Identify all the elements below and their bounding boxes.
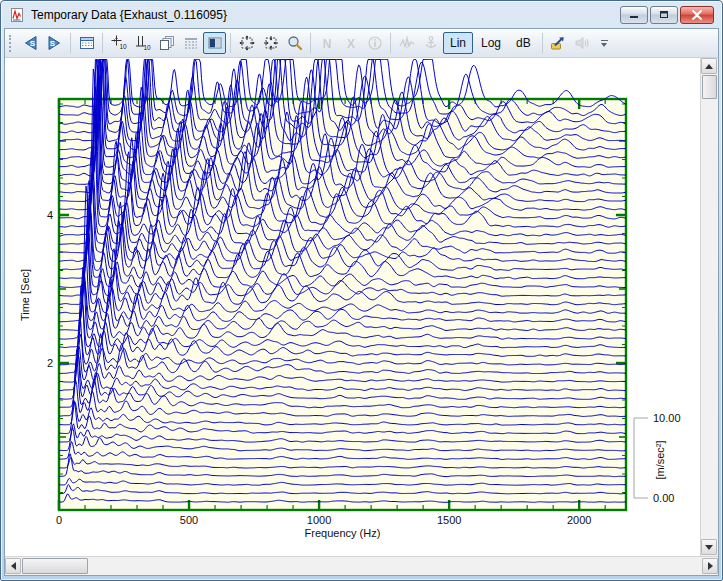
amp-min-label: 0.00 bbox=[653, 492, 674, 504]
anchor-icon bbox=[423, 35, 439, 51]
waterfall-chart: 050010001500200024Frequency (Hz)Time [Se… bbox=[5, 58, 702, 560]
toolbar-button-anchor-cursor bbox=[419, 32, 442, 54]
window-controls bbox=[620, 6, 714, 24]
svg-text:N: N bbox=[322, 37, 331, 51]
toolbar-button-previous-dataset[interactable]: S bbox=[19, 32, 42, 54]
toolbar: SS1010NXLinLogdB bbox=[5, 29, 718, 58]
speaker-icon bbox=[574, 35, 590, 51]
close-button[interactable] bbox=[680, 6, 714, 24]
toolbar-separator bbox=[390, 33, 391, 53]
toolbar-overflow-button[interactable] bbox=[601, 40, 608, 47]
export-hand-icon bbox=[550, 35, 566, 51]
toolbar-button-spectrogram-display[interactable] bbox=[179, 32, 202, 54]
letter-x-icon: X bbox=[343, 35, 359, 51]
wave-cursor-icon bbox=[399, 35, 415, 51]
svg-text:S: S bbox=[50, 39, 56, 48]
amp-units-label: [m/sec²] bbox=[654, 440, 666, 479]
x-tick-label: 0 bbox=[56, 514, 62, 526]
rows-icon bbox=[183, 35, 199, 51]
chevron-down-icon bbox=[601, 43, 607, 47]
x-axis-title: Frequency (Hz) bbox=[305, 527, 381, 539]
info-circle-icon bbox=[367, 35, 383, 51]
prev-s-icon: S bbox=[22, 35, 39, 51]
restore-button[interactable] bbox=[650, 6, 678, 24]
y-axis-title: Time [Sec] bbox=[19, 269, 31, 321]
toolbar-button-cascade-display[interactable] bbox=[155, 32, 178, 54]
scroll-left-button[interactable] bbox=[5, 558, 21, 574]
titlebar[interactable]: Temporary Data {Exhaust_0.116095} bbox=[1, 1, 722, 28]
toolbar-button-tool-n: N bbox=[315, 32, 338, 54]
window-icon bbox=[9, 7, 25, 23]
amp-max-label: 10.00 bbox=[653, 412, 681, 424]
close-icon bbox=[691, 10, 703, 20]
cascade-icon bbox=[159, 35, 175, 51]
cursor-10-icon: 10 bbox=[111, 35, 127, 51]
chart-area-row: 050010001500200024Frequency (Hz)Time [Se… bbox=[5, 58, 718, 556]
scroll-up-button[interactable] bbox=[701, 58, 717, 74]
toolbar-button-scale-log[interactable]: Log bbox=[474, 32, 508, 54]
toolbar-overflow-bar bbox=[601, 40, 608, 41]
toolbar-button-tool-x: X bbox=[339, 32, 362, 54]
arrow-up-icon bbox=[705, 64, 713, 69]
window-title: Temporary Data {Exhaust_0.116095} bbox=[31, 8, 620, 22]
toolbar-separator bbox=[542, 33, 543, 53]
toolbar-button-next-dataset[interactable]: S bbox=[43, 32, 66, 54]
toolbar-button-play-audio bbox=[571, 32, 594, 54]
y-tick-label: 4 bbox=[47, 209, 53, 221]
x-tick-label: 500 bbox=[180, 514, 198, 526]
toolbar-separator bbox=[70, 33, 71, 53]
restore-icon bbox=[658, 9, 670, 20]
data-table-icon bbox=[79, 35, 95, 51]
toolbar-button-harmonic-cursor[interactable]: 10 bbox=[131, 32, 154, 54]
toolbar-button-waterfall-display[interactable] bbox=[203, 32, 226, 54]
y-tick-label: 2 bbox=[47, 357, 53, 369]
toolbar-separator bbox=[310, 33, 311, 53]
toolbar-button-show-data-table[interactable] bbox=[75, 32, 98, 54]
x-tick-label: 2000 bbox=[567, 514, 591, 526]
vertical-scrollbar[interactable] bbox=[700, 58, 718, 556]
arrow-down-icon bbox=[705, 545, 713, 550]
next-s-icon: S bbox=[46, 35, 63, 51]
toolbar-separator bbox=[230, 33, 231, 53]
toolbar-button-zoom-in[interactable] bbox=[235, 32, 258, 54]
window-body: SS1010NXLinLogdB 050010001500200024Frequ… bbox=[4, 28, 719, 576]
scroll-down-button[interactable] bbox=[701, 539, 717, 555]
zoom-in-box-icon bbox=[239, 35, 255, 51]
minimize-icon bbox=[628, 10, 640, 20]
minimize-button[interactable] bbox=[620, 6, 648, 24]
toolbar-button-zoom-out[interactable] bbox=[259, 32, 282, 54]
zoom-out-box-icon bbox=[263, 35, 279, 51]
x-tick-label: 1500 bbox=[437, 514, 461, 526]
svg-text:10: 10 bbox=[119, 43, 127, 50]
toolbar-button-info bbox=[363, 32, 386, 54]
horizontal-scroll-thumb[interactable] bbox=[22, 558, 88, 574]
vertical-scroll-thumb[interactable] bbox=[702, 75, 717, 99]
svg-text:S: S bbox=[30, 39, 36, 48]
toolbar-button-zoom-tool[interactable] bbox=[283, 32, 306, 54]
toolbar-button-export-data[interactable] bbox=[547, 32, 570, 54]
amplitude-scale-bracket bbox=[634, 418, 648, 498]
toolbar-button-scale-linear[interactable]: Lin bbox=[443, 32, 473, 54]
x-tick-label: 1000 bbox=[307, 514, 331, 526]
toolbar-button-scale-db[interactable]: dB bbox=[509, 32, 538, 54]
plot-region: 050010001500200024Frequency (Hz)Time [Se… bbox=[5, 58, 700, 556]
app-window: Temporary Data {Exhaust_0.116095} SS1010… bbox=[0, 0, 723, 581]
harmonic-10-icon: 10 bbox=[135, 35, 151, 51]
scroll-right-button[interactable] bbox=[702, 558, 718, 574]
magnifier-icon bbox=[287, 35, 303, 51]
toolbar-button-peak-cursor bbox=[395, 32, 418, 54]
waterfall-icon bbox=[207, 35, 223, 51]
letter-n-icon: N bbox=[319, 35, 335, 51]
arrow-right-icon bbox=[708, 562, 713, 570]
svg-text:10: 10 bbox=[143, 44, 151, 51]
toolbar-grip[interactable] bbox=[9, 35, 14, 52]
arrow-left-icon bbox=[11, 562, 16, 570]
toolbar-button-single-cursor[interactable]: 10 bbox=[107, 32, 130, 54]
vertical-scroll-track[interactable] bbox=[701, 99, 718, 539]
toolbar-separator bbox=[102, 33, 103, 53]
svg-text:X: X bbox=[346, 37, 354, 51]
